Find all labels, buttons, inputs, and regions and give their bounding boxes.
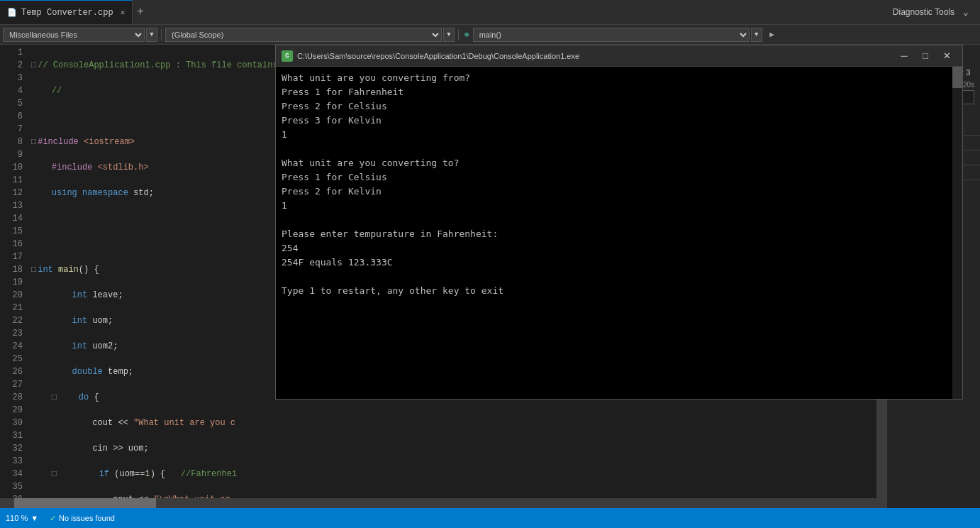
- ln-10: 10: [0, 161, 23, 174]
- ln-2: 2: [0, 59, 23, 72]
- ln-15: 15: [0, 225, 23, 238]
- tab-filename: Temp Converter.cpp: [21, 8, 113, 18]
- ln-18: 18: [0, 263, 23, 276]
- ln-9: 9: [0, 148, 23, 161]
- status-text: No issues found: [59, 514, 115, 522]
- console-line-8: Press 1 for Celsius: [282, 170, 947, 185]
- ln-35: 35: [0, 480, 23, 493]
- ln-28: 28: [0, 391, 23, 404]
- zoom-level: 110 % ▼: [6, 514, 38, 522]
- ln-36: 36: [0, 493, 23, 498]
- console-line-13: 254: [282, 241, 947, 255]
- ln-30: 30: [0, 417, 23, 429]
- console-line-10: 1: [282, 199, 947, 213]
- console-line-2: Press 1 for Fahrenheit: [282, 85, 947, 99]
- console-output[interactable]: What unit are you converting from? Press…: [276, 67, 952, 399]
- title-bar-right: Diagnostic Tools ⌄: [887, 4, 980, 21]
- console-minimize-button[interactable]: ─: [894, 48, 914, 64]
- ln-8: 8: [0, 136, 23, 148]
- ln-31: 31: [0, 429, 23, 442]
- ln-19: 19: [0, 276, 23, 289]
- diag-time-label: 20s: [963, 81, 974, 89]
- file-scope-arrow[interactable]: ▼: [146, 28, 157, 42]
- code-line-18: cout << "\nWhat unit ar: [31, 493, 874, 498]
- ln-27: 27: [0, 378, 23, 391]
- global-scope-arrow[interactable]: ▼: [443, 28, 455, 42]
- diagnostic-tools-label: Diagnostic Tools: [893, 7, 954, 17]
- console-line-9: Press 2 for Kelvin: [282, 185, 947, 199]
- status-check-icon: ✓: [50, 514, 56, 523]
- ln-34: 34: [0, 468, 23, 480]
- line-numbers: 1 2 3 4 5 6 7 8 9 10 11 12 13 14 15 16 1…: [0, 45, 28, 498]
- func-arrow[interactable]: ▼: [751, 28, 762, 42]
- ln-12: 12: [0, 187, 23, 199]
- file-scope-select[interactable]: Miscellaneous Files: [3, 28, 145, 42]
- console-line-16: Type 1 to restart, any other key to exit: [282, 284, 947, 298]
- ln-17: 17: [0, 251, 23, 263]
- ln-16: 16: [0, 238, 23, 251]
- status-bar: 110 % ▼ ✓ No issues found: [0, 508, 980, 528]
- console-titlebar: C C:\Users\Sam\source\repos\ConsoleAppli…: [276, 45, 962, 67]
- status-issues: ✓ No issues found: [50, 514, 115, 523]
- console-scrollbar[interactable]: [952, 67, 962, 399]
- func-icon: ⊕: [464, 30, 469, 39]
- ln-13: 13: [0, 199, 23, 212]
- code-line-16: cin >> uom;: [31, 442, 874, 455]
- file-icon: 📄: [7, 8, 17, 17]
- ln-14: 14: [0, 212, 23, 225]
- ln-33: 33: [0, 455, 23, 468]
- ln-1: 1: [0, 46, 23, 59]
- console-window-buttons: ─ □ ✕: [894, 48, 957, 64]
- console-line-4: Press 3 for Kelvin: [282, 114, 947, 128]
- code-line-15: cout << "What unit are you c: [31, 417, 874, 429]
- ln-21: 21: [0, 302, 23, 314]
- console-body: What unit are you converting from? Press…: [276, 67, 962, 399]
- file-tab[interactable]: 📄 Temp Converter.cpp ✕: [0, 0, 133, 24]
- console-close-button[interactable]: ✕: [937, 48, 957, 64]
- console-scrollbar-thumb[interactable]: [952, 67, 962, 88]
- ln-3: 3: [0, 72, 23, 84]
- toolbar-separator-1: [161, 29, 162, 40]
- console-line-11: [282, 213, 947, 227]
- ln-11: 11: [0, 174, 23, 187]
- scroll-right-button[interactable]: ▶: [764, 26, 781, 43]
- ln-29: 29: [0, 404, 23, 417]
- console-line-12: Please enter tempurature in Fahrenheit:: [282, 227, 947, 241]
- console-line-7: What unit are you converting to?: [282, 156, 947, 170]
- func-select[interactable]: main(): [473, 28, 750, 42]
- toolbar-separator-2: [458, 29, 459, 40]
- global-scope-select[interactable]: (Global Scope): [165, 28, 442, 42]
- ln-7: 7: [0, 123, 23, 136]
- console-title-path: C:\Users\Sam\source\repos\ConsoleApplica…: [297, 52, 894, 60]
- console-line-15: [282, 270, 947, 284]
- console-line-3: Press 2 for Celsius: [282, 99, 947, 114]
- console-line-6: [282, 142, 947, 156]
- zoom-value: 110 %: [6, 514, 28, 522]
- horizontal-scrollbar[interactable]: [0, 498, 886, 508]
- console-window: C C:\Users\Sam\source\repos\ConsoleAppli…: [275, 45, 963, 400]
- ln-24: 24: [0, 340, 23, 353]
- console-line-5: 1: [282, 128, 947, 142]
- title-bar-chevron[interactable]: ⌄: [957, 4, 974, 21]
- ln-22: 22: [0, 314, 23, 327]
- code-line-17: □ if (uom==1) { //Fahrenhei: [31, 468, 874, 480]
- ln-6: 6: [0, 110, 23, 123]
- new-tab-button[interactable]: +: [137, 6, 144, 18]
- ln-23: 23: [0, 327, 23, 340]
- console-maximize-button[interactable]: □: [915, 48, 935, 64]
- toolbar: Miscellaneous Files ▼ (Global Scope) ▼ ⊕…: [0, 25, 980, 45]
- ln-5: 5: [0, 97, 23, 110]
- tab-close-button[interactable]: ✕: [121, 8, 126, 17]
- console-line-14: 254F equals 123.333C: [282, 255, 947, 270]
- ln-32: 32: [0, 442, 23, 455]
- console-line-1: What unit are you converting from?: [282, 71, 947, 85]
- ln-26: 26: [0, 365, 23, 378]
- ln-25: 25: [0, 353, 23, 365]
- ln-4: 4: [0, 84, 23, 97]
- title-bar: 📄 Temp Converter.cpp ✕ + Diagnostic Tool…: [0, 0, 980, 25]
- horizontal-scrollbar-thumb[interactable]: [14, 498, 156, 508]
- zoom-dropdown-icon[interactable]: ▼: [30, 514, 38, 522]
- console-app-icon: C: [282, 50, 293, 62]
- ln-20: 20: [0, 289, 23, 302]
